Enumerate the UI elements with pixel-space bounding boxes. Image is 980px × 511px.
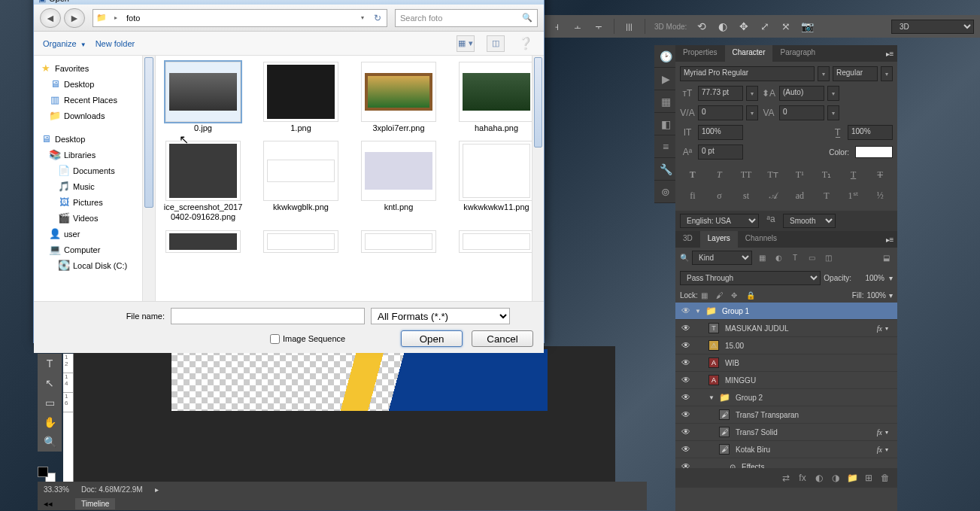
layer-group-2[interactable]: 👁 ▼ 📁 Group 2 (675, 389, 897, 406)
chevron-down-icon[interactable]: ▾ (361, 14, 364, 21)
file-item-partial3[interactable] (357, 230, 440, 253)
allcaps-button[interactable]: TT (738, 167, 754, 182)
file-item-kwkwkwkw11[interactable]: kwkwkwkw11.png (455, 141, 538, 222)
file-item-1png[interactable]: 1.png (259, 62, 342, 133)
swatches-panel-icon[interactable]: ▦ (654, 90, 677, 113)
chevron-down-icon[interactable]: ▼ (695, 308, 702, 315)
file-item-hahaha[interactable]: hahaha.png (455, 62, 538, 133)
nav-forward-button[interactable]: ► (64, 8, 85, 28)
align-center-icon[interactable]: ⫠ (569, 17, 587, 35)
fx-badge[interactable]: fx (877, 324, 882, 333)
image-sequence-checkbox[interactable]: Image Sequence (270, 334, 345, 344)
lock-all-icon[interactable]: 🔒 (746, 291, 758, 300)
3d-scale-icon[interactable]: ⤧ (777, 17, 795, 35)
tree-user[interactable]: 👤user (34, 226, 142, 242)
file-item-partial2[interactable] (259, 230, 342, 253)
font-size-input[interactable]: 77.73 pt (698, 86, 743, 101)
track-dd-icon[interactable]: ▾ (827, 105, 839, 120)
fractions-button[interactable]: ½ (872, 188, 888, 203)
actions-panel-icon[interactable]: ▶ (654, 68, 677, 90)
opacity-value[interactable]: 100% (854, 274, 886, 282)
layers-menu-icon[interactable]: ▸≡ (882, 231, 897, 248)
layer-masukan-judul[interactable]: 👁 T MASUKAN JUDUL fx▾ (675, 320, 897, 337)
tree-recent[interactable]: ▥Recent Places (34, 92, 142, 108)
contextual-button[interactable]: σ (711, 188, 727, 203)
discretionary-button[interactable]: st (738, 188, 754, 203)
brushes-panel-icon[interactable]: ≡ (654, 135, 677, 158)
font-dropdown-icon[interactable]: ▾ (818, 66, 830, 81)
layer-mask-icon[interactable]: ◐ (812, 471, 827, 485)
tree-desktop2[interactable]: 🖥Desktop (34, 131, 142, 147)
color-swatches[interactable] (38, 467, 56, 483)
tree-downloads[interactable]: 📁Downloads (34, 108, 142, 123)
baseline-input[interactable]: 0 pt (698, 144, 743, 160)
history-panel-icon[interactable]: 🕑 (654, 45, 677, 68)
filter-shape-icon[interactable]: ▭ (805, 251, 818, 265)
tree-documents[interactable]: 📄Documents (34, 163, 142, 178)
new-layer-icon[interactable]: ⊞ (861, 471, 876, 485)
filter-pixel-icon[interactable]: ▦ (755, 251, 769, 265)
timeline-collapse-icon[interactable]: ◂◂ (44, 499, 53, 509)
files-scrollbar[interactable] (532, 56, 544, 301)
layer-trans7-transparan[interactable]: 👁 🖌 Trans7 Transparan (675, 406, 897, 424)
3d-slide-icon[interactable]: ⤢ (756, 17, 774, 35)
filter-smart-icon[interactable]: ◫ (821, 251, 835, 265)
visibility-icon[interactable]: 👁 (680, 340, 692, 351)
stylistic-button[interactable]: ad (791, 188, 808, 203)
tree-pictures[interactable]: 🖼Pictures (34, 194, 142, 210)
align-left-icon[interactable]: ⫞ (548, 17, 566, 35)
opacity-dd-icon[interactable]: ▾ (889, 274, 893, 282)
styles-panel-icon[interactable]: ◧ (654, 113, 677, 135)
subscript-button[interactable]: T₁ (818, 167, 835, 182)
panel-menu-icon[interactable]: ▸≡ (882, 45, 897, 62)
filter-type-icon[interactable]: T (788, 251, 802, 265)
tab-channels[interactable]: Channels (738, 231, 784, 248)
format-filter-select[interactable]: All Formats (*.*) (371, 308, 510, 324)
status-arrow-icon[interactable]: ▸ (155, 485, 159, 494)
filter-toggle-icon[interactable]: ⬓ (879, 251, 893, 265)
organize-menu[interactable]: Organize ▼ (43, 39, 86, 48)
fill-dd-icon[interactable]: ▾ (889, 291, 893, 300)
italic-button[interactable]: T (711, 167, 727, 182)
layer-minggu[interactable]: 👁 A MINGGU (675, 372, 897, 389)
tab-character[interactable]: Character (725, 45, 773, 62)
tab-paragraph[interactable]: Paragraph (772, 45, 823, 62)
fx-badge[interactable]: fx (877, 446, 882, 454)
layer-group-1[interactable]: 👁 ▼ 📁 Group 1 (675, 303, 897, 320)
new-folder-button[interactable]: New folder (96, 39, 135, 48)
canvas[interactable] (74, 346, 615, 486)
tree-videos[interactable]: 🎬Videos (34, 210, 142, 226)
leading-input[interactable]: (Auto) (779, 86, 824, 101)
address-bar[interactable]: 📁 ▸ foto ▾ ↻ (93, 9, 387, 27)
chevron-down-icon[interactable]: ▼ (708, 394, 716, 401)
file-item-0jpg[interactable]: 0.jpg (162, 62, 244, 133)
tracking-input[interactable]: 0 (779, 105, 824, 120)
tab-layers[interactable]: Layers (700, 231, 738, 248)
ordinals-button[interactable]: 1ˢᵗ (845, 188, 862, 203)
file-name-input[interactable] (171, 308, 365, 324)
visibility-icon[interactable]: 👁 (680, 392, 692, 403)
link-layers-icon[interactable]: ⇄ (778, 471, 793, 485)
font-style-select[interactable]: Regular (833, 66, 878, 81)
blend-mode-select[interactable]: Pass Through (680, 271, 821, 285)
tab-timeline[interactable]: Timeline (75, 498, 115, 509)
layer-effects[interactable]: 👁 ⊙ Effects (675, 458, 897, 468)
visibility-icon[interactable]: 👁 (680, 427, 692, 437)
visibility-icon[interactable]: 👁 (680, 409, 692, 420)
tree-music[interactable]: 🎵Music (34, 178, 142, 194)
3d-roll-icon[interactable]: ◐ (714, 17, 732, 35)
tree-desktop[interactable]: 🖥Desktop (34, 76, 142, 92)
3d-rotate-icon[interactable]: ⟲ (693, 17, 711, 35)
tree-scrollbar[interactable] (143, 56, 156, 301)
zoom-level[interactable]: 33.33% (44, 485, 69, 494)
hscale-input[interactable]: 100% (848, 125, 893, 140)
type-tool[interactable]: T (38, 354, 62, 373)
ligatures-button[interactable]: fi (684, 188, 701, 203)
file-item-kntl[interactable]: kntl.png (357, 141, 440, 222)
refresh-icon[interactable]: ↻ (369, 13, 387, 23)
language-select[interactable]: English: USA (680, 214, 759, 228)
tree-favorites[interactable]: ★Favorites (34, 60, 142, 76)
fx-badge[interactable]: fx (877, 428, 882, 436)
visibility-icon[interactable]: 👁 (680, 323, 692, 333)
align-right-icon[interactable]: ⫟ (590, 17, 608, 35)
